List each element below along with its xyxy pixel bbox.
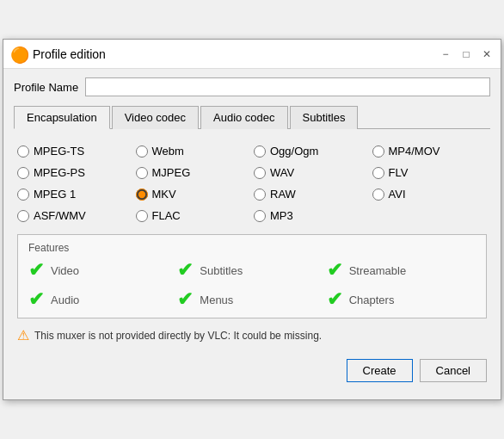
format-mpeg-ts[interactable]: MPEG-TS <box>17 145 132 158</box>
radio-webm[interactable] <box>136 145 148 158</box>
label-mpeg-ts: MPEG-TS <box>34 145 84 158</box>
tab-video-codec[interactable]: Video codec <box>112 106 199 129</box>
window-title: Profile edition <box>33 47 439 61</box>
label-feature-streamable: Streamable <box>349 264 406 277</box>
features-title: Features <box>28 242 476 254</box>
label-asf-wmv: ASF/WMV <box>34 209 86 222</box>
radio-mpeg-ps[interactable] <box>17 167 29 179</box>
label-feature-subtitles: Subtitles <box>200 264 243 277</box>
format-mp3[interactable]: MP3 <box>254 209 369 222</box>
radio-mp3[interactable] <box>254 210 266 222</box>
radio-raw[interactable] <box>254 189 266 201</box>
tabs-bar: Encapsulation Video codec Audio codec Su… <box>14 105 490 129</box>
label-ogg-ogm: Ogg/Ogm <box>270 145 318 158</box>
format-asf-wmv[interactable]: ASF/WMV <box>17 209 132 222</box>
radio-avi[interactable] <box>372 189 384 201</box>
features-box: Features ✔ Video ✔ Subtitles ✔ Streamabl… <box>17 234 487 318</box>
footer-buttons: Create Cancel <box>17 356 487 382</box>
feature-streamable: ✔ Streamable <box>327 261 476 280</box>
label-wav: WAV <box>270 166 294 179</box>
feature-audio: ✔ Audio <box>28 290 177 309</box>
create-button[interactable]: Create <box>347 359 413 382</box>
checkmark-video: ✔ <box>28 261 44 280</box>
format-mp4-mov[interactable]: MP4/MOV <box>372 145 488 158</box>
label-mpeg1: MPEG 1 <box>34 188 76 201</box>
label-avi: AVI <box>389 188 406 201</box>
radio-mpeg1[interactable] <box>17 189 29 201</box>
feature-subtitles: ✔ Subtitles <box>177 261 326 280</box>
format-flac[interactable]: FLAC <box>136 209 251 222</box>
label-flac: FLAC <box>152 209 181 222</box>
radio-mjpeg[interactable] <box>136 167 148 179</box>
profile-name-row: Profile Name <box>14 77 490 96</box>
app-icon: 🟠 <box>10 46 28 63</box>
tab-encapsulation[interactable]: Encapsulation <box>14 106 110 129</box>
tab-audio-codec[interactable]: Audio codec <box>200 106 288 129</box>
feature-chapters: ✔ Chapters <box>327 290 476 309</box>
window-controls: − □ ✕ <box>439 47 494 61</box>
checkmark-subtitles: ✔ <box>177 261 193 280</box>
feature-video: ✔ Video <box>28 261 177 280</box>
empty-cell <box>372 209 488 222</box>
label-feature-menus: Menus <box>200 294 233 306</box>
format-webm[interactable]: Webm <box>136 145 251 158</box>
profile-name-label: Profile Name <box>14 81 78 94</box>
features-grid: ✔ Video ✔ Subtitles ✔ Streamable ✔ Audio <box>28 261 476 309</box>
radio-mp4-mov[interactable] <box>372 145 384 158</box>
profile-name-input[interactable] <box>85 77 490 96</box>
radio-ogg-ogm[interactable] <box>254 145 266 158</box>
label-feature-video: Video <box>51 264 79 277</box>
label-feature-chapters: Chapters <box>349 294 395 306</box>
checkmark-chapters: ✔ <box>327 290 342 309</box>
label-mp4-mov: MP4/MOV <box>389 145 440 158</box>
radio-asf-wmv[interactable] <box>17 210 29 222</box>
main-window: 🟠 Profile edition − □ ✕ Profile Name Enc… <box>3 39 501 400</box>
warning-text: This muxer is not provided directly by V… <box>34 330 322 342</box>
radio-mkv[interactable] <box>136 189 148 201</box>
format-grid: MPEG-TS Webm Ogg/Ogm MP4/MOV MPEG-P <box>17 145 487 222</box>
label-mjpeg: MJPEG <box>152 166 191 179</box>
minimize-button[interactable]: − <box>439 47 452 61</box>
label-mkv: MKV <box>152 188 176 201</box>
radio-mpeg-ts[interactable] <box>17 145 29 158</box>
radio-wav[interactable] <box>254 167 266 179</box>
label-raw: RAW <box>270 188 296 201</box>
format-avi[interactable]: AVI <box>372 188 488 201</box>
format-ogg-ogm[interactable]: Ogg/Ogm <box>254 145 369 158</box>
label-feature-audio: Audio <box>51 294 79 306</box>
radio-flv[interactable] <box>372 167 384 179</box>
tab-subtitles[interactable]: Subtitles <box>290 106 359 129</box>
format-mjpeg[interactable]: MJPEG <box>136 166 251 179</box>
content-area: Profile Name Encapsulation Video codec A… <box>3 69 501 399</box>
radio-flac[interactable] <box>136 210 148 222</box>
label-mp3: MP3 <box>270 209 293 222</box>
label-mpeg-ps: MPEG-PS <box>34 166 85 179</box>
format-raw[interactable]: RAW <box>254 188 369 201</box>
format-mkv[interactable]: MKV <box>136 188 251 201</box>
close-button[interactable]: ✕ <box>480 47 494 61</box>
warning-row: ⚠ This muxer is not provided directly by… <box>17 327 487 343</box>
label-flv: FLV <box>389 166 409 179</box>
tab-content-encapsulation: MPEG-TS Webm Ogg/Ogm MP4/MOV MPEG-P <box>14 138 490 389</box>
restore-button[interactable]: □ <box>459 47 473 61</box>
format-flv[interactable]: FLV <box>372 166 488 179</box>
format-mpeg-ps[interactable]: MPEG-PS <box>17 166 132 179</box>
cancel-button[interactable]: Cancel <box>420 359 487 382</box>
label-webm: Webm <box>152 145 184 158</box>
checkmark-audio: ✔ <box>28 290 44 309</box>
feature-menus: ✔ Menus <box>177 290 326 309</box>
warning-icon: ⚠ <box>17 327 29 343</box>
format-wav[interactable]: WAV <box>254 166 369 179</box>
format-mpeg1[interactable]: MPEG 1 <box>17 188 132 201</box>
checkmark-menus: ✔ <box>177 290 193 309</box>
checkmark-streamable: ✔ <box>327 261 342 280</box>
title-bar: 🟠 Profile edition − □ ✕ <box>3 40 501 69</box>
